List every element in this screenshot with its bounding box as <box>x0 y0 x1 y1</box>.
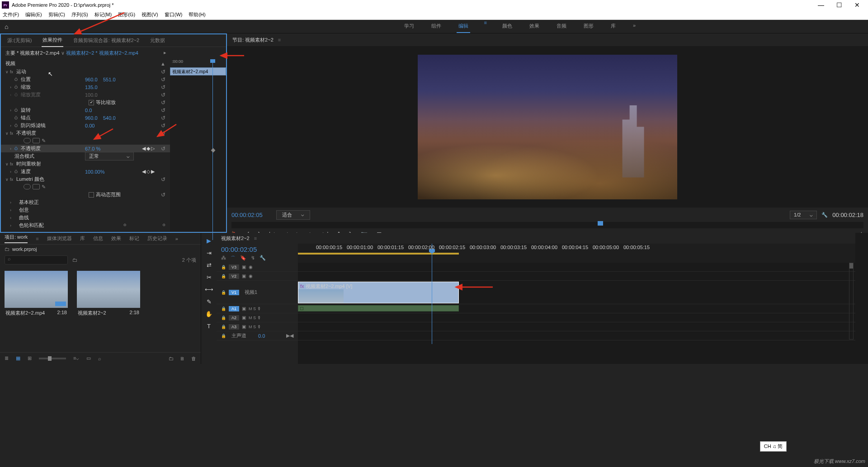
lumetri-creative[interactable]: 创意 <box>19 207 29 213</box>
tab-media-browser[interactable]: 媒体浏览器 <box>47 235 72 242</box>
hdr-checkbox[interactable] <box>89 192 94 198</box>
caret-icon[interactable]: › <box>10 170 14 174</box>
ellipse-mask-icon[interactable] <box>24 138 31 143</box>
menu-file[interactable]: 文件(F) <box>3 11 19 18</box>
caret-icon[interactable]: › <box>10 85 14 90</box>
lumetri-colorwheel[interactable]: 色轮和匹配 <box>19 222 44 229</box>
speed-value[interactable]: 100.00% <box>85 169 104 175</box>
rect-mask-icon[interactable] <box>33 184 40 189</box>
tab-markers[interactable]: 标记 <box>129 235 139 242</box>
menu-edit[interactable]: 编辑(E) <box>25 11 42 18</box>
reset-button[interactable]: ↺ <box>161 130 165 137</box>
tab-libraries[interactable]: 库 <box>80 235 85 242</box>
program-timecode[interactable]: 00:00:02:05 <box>231 212 263 218</box>
reset-button[interactable]: ↺ <box>161 115 165 121</box>
caret-icon[interactable]: ∨ <box>5 70 10 74</box>
rotation-value[interactable]: 0.0 <box>85 108 92 113</box>
lock-icon[interactable]: 🔒 <box>221 316 226 320</box>
workspace-menu-icon[interactable]: ≡ <box>484 20 486 33</box>
track-a2-label[interactable]: A2 <box>229 315 239 321</box>
tab-effects[interactable]: 效果 <box>111 235 121 242</box>
caret-icon[interactable]: ∨ <box>5 162 10 166</box>
wrench-icon[interactable]: 🔧 <box>259 255 266 262</box>
track-toggle-icon[interactable]: ▣ <box>242 274 246 278</box>
type-tool[interactable]: T <box>207 323 211 330</box>
delete-icon[interactable]: 🗑 <box>191 356 196 361</box>
menu-help[interactable]: 帮助(H) <box>189 11 205 18</box>
caret-icon[interactable]: › <box>10 208 14 212</box>
ellipse-mask-icon[interactable] <box>24 184 31 189</box>
timeline-timecode[interactable]: 00:00:02:05 <box>221 245 293 253</box>
minimize-button[interactable]: — <box>812 1 830 9</box>
rect-mask-icon[interactable] <box>33 138 40 143</box>
track-toggle-icon[interactable]: ▣ <box>242 264 246 269</box>
reset-button[interactable]: ↺ <box>161 123 165 129</box>
workspace-editing[interactable]: 编辑 <box>457 20 470 33</box>
razor-tool[interactable]: ✂ <box>207 274 212 281</box>
panel-menu-icon[interactable]: ≡ <box>254 236 257 241</box>
caret-icon[interactable]: › <box>10 146 14 151</box>
antiflicker-value[interactable]: 0.00 <box>85 123 94 128</box>
reset-button[interactable]: ↺ <box>161 76 165 83</box>
fx-lumetri[interactable]: Lumetri 颜色 <box>16 176 44 183</box>
workspace-learn[interactable]: 学习 <box>402 20 416 33</box>
tab-info[interactable]: 信息 <box>93 235 103 242</box>
stopwatch-icon[interactable]: Ō <box>14 77 21 82</box>
scrub-marker[interactable] <box>598 221 603 226</box>
panel-menu-icon[interactable]: ≡ <box>36 236 38 241</box>
linked-selection-icon[interactable]: ⌒ <box>231 255 236 262</box>
opacity-value[interactable]: 67.0 % <box>85 146 100 151</box>
caret-icon[interactable]: › <box>10 216 14 220</box>
stopwatch-icon[interactable]: Ō <box>14 123 21 128</box>
workspace-overflow[interactable]: » <box>631 20 637 33</box>
reset-button[interactable]: ↺ <box>161 107 165 113</box>
project-search-input[interactable]: ⌕ <box>5 255 68 264</box>
fx-opacity[interactable]: 不透明度 <box>16 130 36 137</box>
breadcrumb-sequence[interactable]: 视频素材2~2 * 视频素材2~2.mp4 <box>66 50 138 56</box>
pen-mask-icon[interactable]: ✎ <box>42 184 46 190</box>
track-a1-label[interactable]: A1 <box>229 306 239 311</box>
workspace-graphics[interactable]: 图形 <box>582 20 595 33</box>
hand-tool[interactable]: ✋ <box>205 311 212 317</box>
snap-icon[interactable]: ⁂ <box>221 255 226 262</box>
track-toggle-icon[interactable]: ▣ <box>242 306 246 311</box>
track-v1-label[interactable]: V1 <box>229 290 239 295</box>
stopwatch-icon[interactable]: Ō <box>14 170 21 174</box>
new-item-icon[interactable]: 🗎 <box>180 356 185 361</box>
caret-icon[interactable]: › <box>10 108 14 113</box>
tab-project[interactable]: 项目: work <box>5 234 28 243</box>
settings-icon[interactable]: ↯ <box>251 255 255 262</box>
settings-icon[interactable]: 🔧 <box>821 212 828 218</box>
timeline-content[interactable]: fx 视频素材2~2.mp4 [V] <box>298 263 855 364</box>
lock-icon[interactable]: 🔒 <box>221 274 226 278</box>
project-item[interactable]: 视频素材2~22:18 <box>77 271 140 348</box>
workspace-assembly[interactable]: 组件 <box>429 20 443 33</box>
tab-history[interactable]: 历史记录 <box>147 235 167 242</box>
stopwatch-icon[interactable]: Ō <box>14 116 21 120</box>
lumetri-basic[interactable]: 基本校正 <box>19 199 39 206</box>
marker-icon[interactable]: 🔖 <box>240 255 246 262</box>
workspace-effects[interactable]: 效果 <box>528 20 541 33</box>
reset-button[interactable]: ↺ <box>161 176 165 183</box>
tab-metadata[interactable]: 元数据 <box>149 34 166 47</box>
project-item[interactable]: 视频素材2~2.mp42:18 <box>5 271 68 348</box>
pen-mask-icon[interactable]: ✎ <box>42 138 46 144</box>
selection-tool[interactable]: ▶ <box>207 237 211 244</box>
fx-timeremap[interactable]: 时间重映射 <box>16 160 41 167</box>
stopwatch-active-icon[interactable]: Ō <box>14 146 21 151</box>
reset-button[interactable]: ↺ <box>161 146 165 152</box>
lock-icon[interactable]: 🔒 <box>221 265 226 269</box>
program-scrubber[interactable] <box>231 222 863 228</box>
menu-view[interactable]: 视图(V) <box>142 11 158 18</box>
track-a3-label[interactable]: A3 <box>229 324 239 330</box>
ec-scrollbar[interactable]: ○○ <box>123 222 165 227</box>
maximize-button[interactable]: ☐ <box>830 1 848 9</box>
caret-icon[interactable]: › <box>10 200 14 205</box>
caret-icon[interactable]: › <box>10 123 14 128</box>
reset-button[interactable]: ↺ <box>161 84 165 90</box>
scroll-thumb[interactable] <box>849 263 853 268</box>
find-icon[interactable]: ⌕ <box>98 356 101 361</box>
collapse-icon[interactable]: ▲ <box>160 61 165 66</box>
caret-icon[interactable]: ∨ <box>5 177 10 182</box>
menu-sequence[interactable]: 序列(S) <box>71 11 88 18</box>
